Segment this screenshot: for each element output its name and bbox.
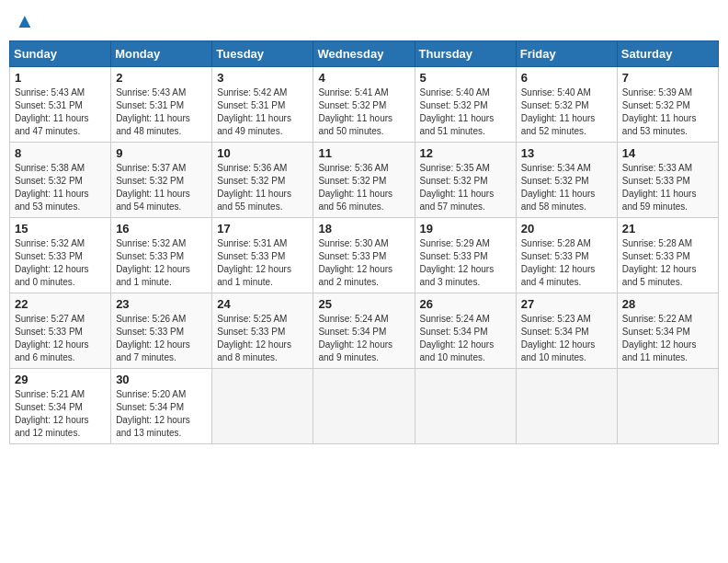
day-number: 9: [116, 146, 207, 160]
day-number: 14: [622, 146, 713, 160]
day-info: Sunrise: 5:39 AMSunset: 5:32 PMDaylight:…: [622, 87, 697, 136]
day-info: Sunrise: 5:27 AMSunset: 5:33 PMDaylight:…: [15, 314, 89, 362]
day-number: 20: [521, 222, 612, 236]
day-number: 6: [521, 71, 612, 85]
day-info: Sunrise: 5:24 AMSunset: 5:34 PMDaylight:…: [318, 314, 392, 362]
day-info: Sunrise: 5:38 AMSunset: 5:32 PMDaylight:…: [15, 163, 89, 212]
day-number: 29: [15, 373, 106, 386]
calendar-cell: 19 Sunrise: 5:29 AMSunset: 5:33 PMDaylig…: [415, 218, 516, 293]
calendar-week-4: 22 Sunrise: 5:27 AMSunset: 5:33 PMDaylig…: [10, 293, 719, 369]
day-info: Sunrise: 5:23 AMSunset: 5:34 PMDaylight:…: [521, 314, 596, 362]
calendar-cell: [313, 369, 415, 444]
day-number: 10: [217, 146, 308, 160]
day-info: Sunrise: 5:42 AMSunset: 5:31 PMDaylight:…: [217, 87, 291, 136]
day-info: Sunrise: 5:40 AMSunset: 5:32 PMDaylight:…: [521, 87, 596, 136]
calendar-cell: 30 Sunrise: 5:20 AMSunset: 5:34 PMDaylig…: [111, 369, 212, 444]
day-number: 5: [420, 71, 511, 85]
calendar-week-3: 15 Sunrise: 5:32 AMSunset: 5:33 PMDaylig…: [10, 218, 719, 293]
day-number: 3: [217, 71, 308, 85]
page-header: ▲: [9, 9, 719, 33]
day-number: 16: [116, 222, 207, 236]
logo: ▲: [13, 9, 35, 33]
day-number: 25: [318, 297, 409, 311]
calendar-cell: 21 Sunrise: 5:28 AMSunset: 5:33 PMDaylig…: [617, 218, 718, 293]
logo-bird-icon: ▲: [15, 9, 35, 33]
calendar-cell: [415, 369, 516, 444]
day-info: Sunrise: 5:29 AMSunset: 5:33 PMDaylight:…: [420, 238, 495, 287]
calendar-cell: 14 Sunrise: 5:33 AMSunset: 5:33 PMDaylig…: [617, 143, 718, 218]
day-number: 7: [622, 71, 713, 85]
day-info: Sunrise: 5:28 AMSunset: 5:33 PMDaylight:…: [521, 238, 596, 287]
calendar-cell: 29 Sunrise: 5:21 AMSunset: 5:34 PMDaylig…: [10, 369, 111, 444]
calendar-cell: 7 Sunrise: 5:39 AMSunset: 5:32 PMDayligh…: [617, 67, 718, 143]
calendar-cell: 26 Sunrise: 5:24 AMSunset: 5:34 PMDaylig…: [415, 293, 516, 369]
day-info: Sunrise: 5:32 AMSunset: 5:33 PMDaylight:…: [15, 238, 89, 287]
day-info: Sunrise: 5:21 AMSunset: 5:34 PMDaylight:…: [15, 389, 89, 438]
calendar-header-sunday: Sunday: [10, 41, 111, 67]
day-number: 23: [116, 297, 207, 311]
calendar-cell: 11 Sunrise: 5:36 AMSunset: 5:32 PMDaylig…: [313, 143, 415, 218]
day-info: Sunrise: 5:20 AMSunset: 5:34 PMDaylight:…: [116, 389, 190, 438]
calendar-cell: 12 Sunrise: 5:35 AMSunset: 5:32 PMDaylig…: [415, 143, 516, 218]
day-number: 21: [622, 222, 713, 236]
calendar-week-5: 29 Sunrise: 5:21 AMSunset: 5:34 PMDaylig…: [10, 369, 719, 444]
day-number: 4: [318, 71, 409, 85]
calendar-week-2: 8 Sunrise: 5:38 AMSunset: 5:32 PMDayligh…: [10, 143, 719, 218]
day-info: Sunrise: 5:30 AMSunset: 5:33 PMDaylight:…: [318, 238, 392, 287]
calendar-cell: [212, 369, 313, 444]
day-info: Sunrise: 5:40 AMSunset: 5:32 PMDaylight:…: [420, 87, 495, 136]
day-number: 13: [521, 146, 612, 160]
day-number: 22: [15, 297, 106, 311]
calendar-header-tuesday: Tuesday: [212, 41, 313, 67]
day-info: Sunrise: 5:28 AMSunset: 5:33 PMDaylight:…: [622, 238, 697, 287]
day-info: Sunrise: 5:22 AMSunset: 5:34 PMDaylight:…: [622, 314, 697, 362]
calendar-cell: [516, 369, 617, 444]
calendar-cell: 2 Sunrise: 5:43 AMSunset: 5:31 PMDayligh…: [111, 67, 212, 143]
calendar-header-thursday: Thursday: [415, 41, 516, 67]
calendar-cell: 22 Sunrise: 5:27 AMSunset: 5:33 PMDaylig…: [10, 293, 111, 369]
calendar-table: SundayMondayTuesdayWednesdayThursdayFrid…: [9, 40, 719, 444]
calendar-cell: 13 Sunrise: 5:34 AMSunset: 5:32 PMDaylig…: [516, 143, 617, 218]
calendar-cell: 20 Sunrise: 5:28 AMSunset: 5:33 PMDaylig…: [516, 218, 617, 293]
calendar-cell: 10 Sunrise: 5:36 AMSunset: 5:32 PMDaylig…: [212, 143, 313, 218]
day-number: 26: [420, 297, 511, 311]
calendar-cell: 3 Sunrise: 5:42 AMSunset: 5:31 PMDayligh…: [212, 67, 313, 143]
day-number: 11: [318, 146, 409, 160]
day-number: 28: [622, 297, 713, 311]
calendar-header-monday: Monday: [111, 41, 212, 67]
calendar-week-1: 1 Sunrise: 5:43 AMSunset: 5:31 PMDayligh…: [10, 67, 719, 143]
day-info: Sunrise: 5:43 AMSunset: 5:31 PMDaylight:…: [15, 87, 89, 136]
day-info: Sunrise: 5:43 AMSunset: 5:31 PMDaylight:…: [116, 87, 190, 136]
calendar-cell: 18 Sunrise: 5:30 AMSunset: 5:33 PMDaylig…: [313, 218, 415, 293]
calendar-cell: 24 Sunrise: 5:25 AMSunset: 5:33 PMDaylig…: [212, 293, 313, 369]
calendar-cell: 5 Sunrise: 5:40 AMSunset: 5:32 PMDayligh…: [415, 67, 516, 143]
day-number: 18: [318, 222, 409, 236]
day-number: 17: [217, 222, 308, 236]
calendar-cell: 17 Sunrise: 5:31 AMSunset: 5:33 PMDaylig…: [212, 218, 313, 293]
day-info: Sunrise: 5:36 AMSunset: 5:32 PMDaylight:…: [217, 163, 291, 212]
calendar-cell: 27 Sunrise: 5:23 AMSunset: 5:34 PMDaylig…: [516, 293, 617, 369]
calendar-cell: 25 Sunrise: 5:24 AMSunset: 5:34 PMDaylig…: [313, 293, 415, 369]
calendar-cell: 8 Sunrise: 5:38 AMSunset: 5:32 PMDayligh…: [10, 143, 111, 218]
day-number: 15: [15, 222, 106, 236]
day-number: 2: [116, 71, 207, 85]
calendar-header-friday: Friday: [516, 41, 617, 67]
day-info: Sunrise: 5:35 AMSunset: 5:32 PMDaylight:…: [420, 163, 495, 212]
day-number: 24: [217, 297, 308, 311]
calendar-header-wednesday: Wednesday: [313, 41, 415, 67]
day-info: Sunrise: 5:37 AMSunset: 5:32 PMDaylight:…: [116, 163, 190, 212]
day-info: Sunrise: 5:24 AMSunset: 5:34 PMDaylight:…: [420, 314, 495, 362]
day-info: Sunrise: 5:26 AMSunset: 5:33 PMDaylight:…: [116, 314, 190, 362]
calendar-cell: 1 Sunrise: 5:43 AMSunset: 5:31 PMDayligh…: [10, 67, 111, 143]
day-number: 8: [15, 146, 106, 160]
day-info: Sunrise: 5:34 AMSunset: 5:32 PMDaylight:…: [521, 163, 596, 212]
calendar-cell: 28 Sunrise: 5:22 AMSunset: 5:34 PMDaylig…: [617, 293, 718, 369]
calendar-cell: 16 Sunrise: 5:32 AMSunset: 5:33 PMDaylig…: [111, 218, 212, 293]
day-number: 12: [420, 146, 511, 160]
calendar-cell: [617, 369, 718, 444]
calendar-cell: 6 Sunrise: 5:40 AMSunset: 5:32 PMDayligh…: [516, 67, 617, 143]
calendar-cell: 15 Sunrise: 5:32 AMSunset: 5:33 PMDaylig…: [10, 218, 111, 293]
calendar-cell: 4 Sunrise: 5:41 AMSunset: 5:32 PMDayligh…: [313, 67, 415, 143]
day-number: 30: [116, 373, 207, 386]
day-info: Sunrise: 5:32 AMSunset: 5:33 PMDaylight:…: [116, 238, 190, 287]
